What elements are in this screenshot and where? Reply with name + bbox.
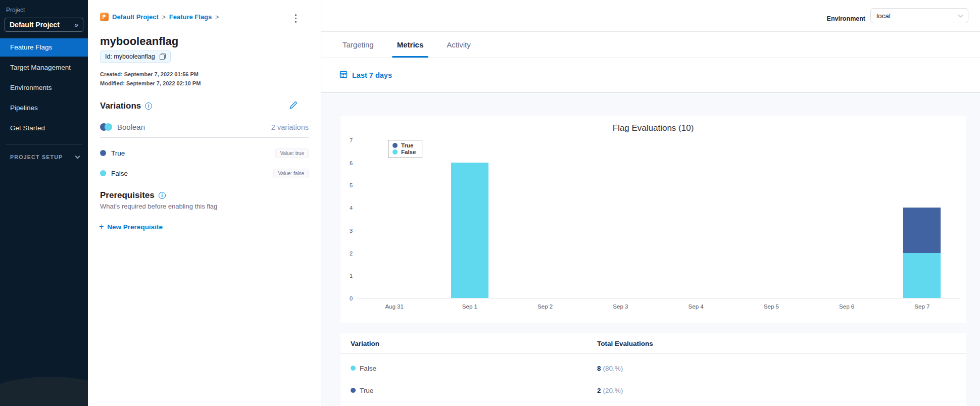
flag-evaluations-chart-card: Flag Evaluations (10) TrueFalse 01234567… [340,116,966,323]
feature-flags-module-icon [100,13,109,21]
breadcrumb-separator: > [162,14,166,21]
y-tick-1: 1 [350,273,353,279]
flag-tabs: TargetingMetricsActivity [321,32,980,58]
variation-value-badge: Value: true [275,148,309,158]
evaluation-percentage: (20.%) [603,387,623,394]
y-tick-6: 6 [350,160,353,166]
date-range-button[interactable]: Last 7 days [321,58,980,93]
variation-row-true: TrueValue: true [100,145,309,161]
sidebar-item-pipelines[interactable]: Pipelines [0,99,88,117]
x-tick-sep-6: Sep 6 [809,303,885,310]
x-tick-sep-1: Sep 1 [432,303,507,310]
bar-stack-sep-3 [602,140,639,298]
table-row-true: True2(20.%) [340,379,966,401]
y-tick-2: 2 [350,250,353,257]
project-selector[interactable]: Default Project » [5,18,83,32]
new-prerequisite-button[interactable]: + New Prerequisite [99,222,163,231]
environment-label: Environment [827,15,865,22]
sidebar-item-get-started[interactable]: Get Started [0,119,88,137]
copy-icon[interactable] [160,54,166,60]
flag-name-title: mybooleanflag [100,35,178,48]
x-tick-sep-3: Sep 3 [583,303,658,310]
variations-divider [100,137,309,138]
y-tick-4: 4 [350,205,353,211]
sidebar-item-environments[interactable]: Environments [0,79,88,97]
variation-count: 2 variations [271,123,309,131]
variation-dot-true [100,150,106,156]
chart-slot-sep-5 [733,140,809,298]
environment-select[interactable]: local [870,8,968,23]
evaluation-percentage: (80.%) [603,365,623,372]
sidebar-nav: Feature FlagsTarget ManagementEnvironmen… [0,38,88,137]
flag-options-menu-icon[interactable] [293,12,299,25]
variation-value-badge: Value: false [273,169,309,178]
x-tick-sep-2: Sep 2 [508,303,583,310]
flag-id-text: Id: mybooleanflag [105,53,155,60]
bar-false-sep-7 [903,253,941,298]
table-cell-variation: False [340,365,597,372]
chart-y-axis: 01234567 [340,140,353,298]
date-range-label: Last 7 days [352,71,392,79]
flag-detail-panel: Default Project > Feature Flags > mybool… [88,0,321,406]
chevron-down-icon [75,154,80,159]
sidebar-item-target-management[interactable]: Target Management [0,59,88,77]
boolean-false-circle [105,123,112,131]
table-header-row: Variation Total Evaluations [340,333,966,354]
chevron-down-icon [958,12,963,17]
info-icon[interactable]: i [145,103,152,110]
chart-slot-sep-4 [658,140,733,298]
y-tick-7: 7 [350,137,353,143]
breadcrumb-link-feature-flags[interactable]: Feature Flags [169,13,212,21]
bar-stack-sep-5 [753,140,790,298]
variations-title: Variations [100,101,141,111]
tab-metrics[interactable]: Metrics [394,32,427,58]
variation-name: False [360,365,376,372]
chart-slot-sep-6 [809,140,885,298]
variation-dot-true [351,388,356,393]
calendar-icon [339,70,348,80]
chart-title: Flag Evaluations (10) [340,116,966,133]
tab-activity[interactable]: Activity [444,32,474,58]
y-tick-5: 5 [350,182,353,188]
edit-variations-icon[interactable] [289,101,298,112]
project-setup-label: PROJECT SETUP [10,154,63,160]
project-selector-value: Default Project [10,21,60,29]
variations-section-header: Variations i [100,101,152,111]
table-row-false: False8(80.%) [340,357,966,379]
x-tick-aug-31: Aug 31 [357,303,432,310]
chart-x-axis: Aug 31Sep 1Sep 2Sep 3Sep 4Sep 5Sep 6Sep … [357,303,960,310]
project-setup-toggle[interactable]: PROJECT SETUP [0,145,88,160]
table-cell-total-evaluations: 2(20.%) [597,387,623,394]
info-icon[interactable]: i [159,192,166,199]
tab-targeting[interactable]: Targeting [339,32,377,58]
variation-dot-false [351,366,356,371]
evaluations-table-card: Variation Total Evaluations False8(80.%)… [340,333,966,406]
chart-slot-aug-31 [357,140,432,298]
breadcrumb: Default Project > Feature Flags > [100,13,219,21]
breadcrumb-link-project[interactable]: Default Project [112,13,159,21]
variation-row-false: FalseValue: false [100,166,309,181]
flag-created-date: Created: September 7, 2022 01:56 PM [100,71,199,77]
chart-slot-sep-2 [508,140,583,298]
bar-stack-sep-7 [903,140,941,298]
bar-stack-sep-4 [677,140,715,298]
table-cell-variation: True [340,387,597,394]
variation-name: False [111,170,128,177]
y-tick-0: 0 [350,295,353,301]
bar-stack-aug-31 [376,140,413,298]
plus-icon: + [99,222,104,231]
bar-stack-sep-2 [526,140,564,298]
chart-plot [357,140,960,298]
sidebar-item-feature-flags[interactable]: Feature Flags [0,38,88,57]
bar-false-sep-1 [451,163,488,298]
prerequisites-subtitle: What's required before enabling this fla… [100,202,217,210]
chart-slot-sep-1 [432,140,507,298]
expand-sidebar-icon[interactable]: » [74,21,78,29]
variation-dot-false [100,170,106,176]
x-tick-sep-5: Sep 5 [733,303,809,310]
bar-true-sep-7 [903,208,941,252]
sidebar-decoration [0,377,88,406]
environment-select-value: local [876,12,891,20]
prerequisites-section-header: Prerequisites i [100,190,166,200]
table-cell-total-evaluations: 8(80.%) [597,365,623,372]
